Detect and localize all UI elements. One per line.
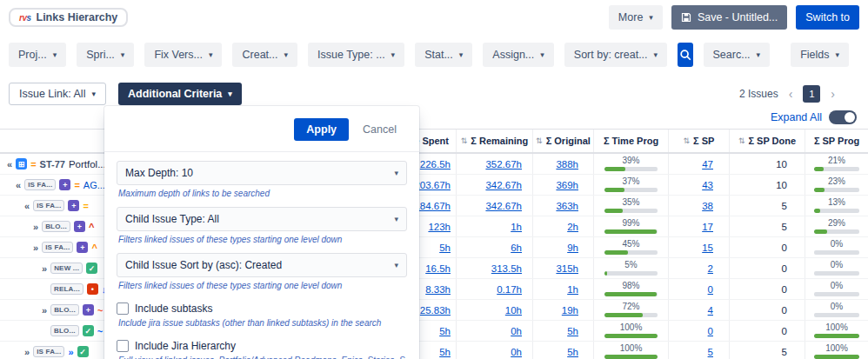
original-value[interactable]: 363h: [556, 201, 578, 211]
filter-fix-version[interactable]: Fix Vers...▾: [144, 43, 222, 67]
sp-value[interactable]: 43: [702, 180, 713, 190]
header-original[interactable]: ⇅Σ Original: [532, 130, 593, 152]
filter-issue-type[interactable]: Issue Type: ...▾: [308, 43, 404, 67]
cancel-button[interactable]: Cancel: [354, 118, 405, 141]
original-value[interactable]: 5h: [567, 347, 578, 357]
remaining-value[interactable]: 352.67h: [485, 159, 522, 170]
sp-value[interactable]: 4: [708, 305, 713, 316]
filter-assignee[interactable]: Assign...▾: [483, 43, 553, 67]
filter-created[interactable]: Creat...▾: [232, 43, 297, 67]
checkbox-icon[interactable]: [117, 340, 129, 352]
tree-expander-icon[interactable]: «: [16, 180, 21, 190]
include-subtasks-hint: Include jira issue subtasks (other than …: [118, 318, 405, 328]
cell-sp: 2: [668, 258, 729, 278]
remaining-value[interactable]: 1h: [511, 222, 522, 232]
sp-value[interactable]: 0: [708, 284, 713, 295]
sp-value[interactable]: 47: [702, 159, 713, 170]
chevron-down-icon: ▾: [394, 216, 398, 223]
issue-key[interactable]: AG...: [83, 180, 105, 190]
expand-all-toggle[interactable]: [829, 110, 857, 124]
tree-expander-icon[interactable]: »: [33, 243, 38, 253]
child-issue-sort-select[interactable]: Child Issue Sort by (asc): Created ▾: [117, 253, 407, 277]
cell-remaining: 10h: [456, 300, 532, 320]
spent-value[interactable]: 226.5h: [420, 159, 451, 170]
save-button[interactable]: Save - Untitled...: [671, 5, 787, 30]
header-sp-prog[interactable]: Σ SP Prog: [805, 130, 868, 152]
spent-value[interactable]: 123h: [428, 222, 451, 232]
filter-status[interactable]: Stat...▾: [415, 43, 472, 67]
original-value[interactable]: 1h: [567, 284, 578, 295]
header-remaining[interactable]: ⇅Σ Remaining: [456, 130, 532, 152]
include-subtasks-row[interactable]: Include subtasks: [117, 302, 407, 315]
filter-search-text[interactable]: Searc...▾: [704, 43, 771, 67]
fields-button[interactable]: Fields▾: [791, 43, 849, 67]
original-value[interactable]: 315h: [556, 263, 578, 274]
original-value[interactable]: 369h: [556, 180, 578, 190]
header-time-prog[interactable]: Σ Time Prog: [593, 130, 668, 152]
tree-expander-icon[interactable]: «: [24, 201, 30, 211]
max-depth-select[interactable]: Max Depth: 10 ▾: [117, 161, 407, 185]
search-button[interactable]: [678, 43, 692, 67]
remaining-value[interactable]: 313.5h: [491, 263, 522, 274]
filter-sprint[interactable]: Spri...▾: [77, 43, 134, 67]
current-page[interactable]: 1: [803, 85, 820, 103]
sp-value[interactable]: 38: [702, 201, 713, 211]
sp-value[interactable]: 15: [702, 243, 713, 253]
remaining-value[interactable]: 0.17h: [497, 284, 522, 295]
spent-value[interactable]: 5h: [439, 243, 451, 253]
tree-expander-icon[interactable]: »: [24, 347, 30, 357]
tree-expander-icon[interactable]: »: [33, 222, 38, 232]
apply-button[interactable]: Apply: [294, 118, 349, 141]
next-page-button[interactable]: ›: [829, 87, 837, 101]
original-value[interactable]: 19h: [562, 305, 578, 316]
additional-criteria-button[interactable]: Additional Criteria▾: [118, 83, 242, 105]
filter-sort-by[interactable]: Sort by: creat...▾: [564, 43, 667, 67]
panel-actions: Apply Cancel: [104, 106, 419, 152]
app-button[interactable]: rvs Links Hierarchy: [9, 8, 128, 27]
tree-expander-icon[interactable]: »: [42, 263, 47, 274]
spent-value[interactable]: 5h: [439, 326, 451, 336]
tree-expander-icon[interactable]: »: [42, 305, 47, 316]
spent-value[interactable]: 5h: [439, 347, 451, 357]
spent-value[interactable]: 203.67h: [414, 180, 451, 190]
header-sp[interactable]: ⇅Σ SP: [668, 130, 729, 152]
spent-value[interactable]: 184.67h: [414, 201, 451, 211]
cell-remaining: 342.67h: [456, 196, 532, 216]
original-value[interactable]: 388h: [556, 159, 578, 170]
original-value[interactable]: 9h: [567, 243, 578, 253]
subtask-arrow-icon: »: [68, 347, 73, 357]
spent-value[interactable]: 16.5h: [425, 263, 451, 274]
remaining-value[interactable]: 0h: [511, 347, 522, 357]
task-icon: ✓: [83, 325, 94, 336]
issue-key[interactable]: ST-77: [40, 159, 65, 170]
tree-expander-icon[interactable]: «: [7, 159, 12, 170]
header-sp-done[interactable]: ⇅Σ SP Done: [729, 130, 805, 152]
time-progress-label: 100%: [620, 344, 643, 353]
cell-remaining: 313.5h: [456, 258, 532, 278]
remaining-value[interactable]: 342.67h: [485, 201, 522, 211]
remaining-value[interactable]: 0h: [511, 326, 522, 336]
filter-project[interactable]: Proj...▾: [9, 43, 66, 67]
sp-progress-cell: 100%: [805, 342, 868, 359]
remaining-value[interactable]: 342.67h: [485, 180, 522, 190]
spent-value[interactable]: 8.33h: [425, 284, 451, 295]
original-value[interactable]: 2h: [567, 222, 578, 232]
original-value[interactable]: 5h: [567, 326, 578, 336]
sp-value[interactable]: 17: [702, 222, 713, 232]
sp-value[interactable]: 5: [708, 347, 713, 357]
sp-value[interactable]: 2: [708, 263, 713, 274]
remaining-value[interactable]: 10h: [505, 305, 522, 316]
more-button[interactable]: More ▾: [609, 5, 663, 30]
switch-to-button[interactable]: Switch to: [796, 5, 859, 30]
include-jira-hierarchy-row[interactable]: Include Jira Hierarchy: [117, 340, 407, 352]
time-progress-cell: 100%: [593, 321, 668, 341]
issue-link-button[interactable]: Issue Link: All▾: [9, 83, 106, 105]
cell-sp_done: 0: [729, 237, 805, 257]
expand-all-link[interactable]: Expand All: [771, 111, 822, 123]
remaining-value[interactable]: 6h: [511, 243, 522, 253]
child-issue-type-select[interactable]: Child Issue Type: All ▾: [117, 207, 407, 231]
previous-page-button[interactable]: ‹: [787, 87, 795, 101]
spent-value[interactable]: 25.83h: [420, 305, 451, 316]
checkbox-icon[interactable]: [117, 302, 129, 315]
sp-value[interactable]: 0: [708, 326, 713, 336]
